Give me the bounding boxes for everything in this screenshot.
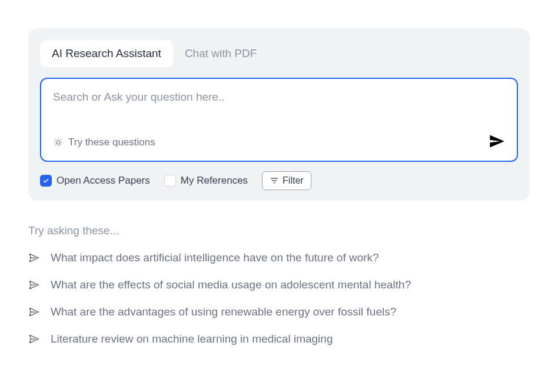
suggestion-item[interactable]: What impact does artificial intelligence… — [28, 251, 530, 264]
svg-line-6 — [61, 144, 61, 145]
send-icon — [489, 133, 505, 150]
send-outline-icon — [28, 252, 40, 264]
send-outline-icon — [28, 279, 40, 291]
send-outline-icon — [28, 333, 40, 345]
open-access-label: Open Access Papers — [57, 175, 150, 187]
suggestion-text: What are the advantages of using renewab… — [51, 305, 396, 318]
suggestions-heading: Try asking these... — [28, 224, 530, 237]
filter-icon — [270, 176, 279, 185]
suggestion-text: What are the effects of social media usa… — [51, 278, 411, 291]
send-button[interactable] — [489, 133, 505, 151]
suggestion-item[interactable]: What are the advantages of using renewab… — [28, 305, 530, 318]
suggestion-item[interactable]: What are the effects of social media usa… — [28, 278, 530, 291]
send-outline-icon — [28, 306, 40, 318]
suggestion-text: Literature review on machine learning in… — [51, 333, 333, 346]
checkbox-open-access[interactable]: Open Access Papers — [40, 175, 150, 187]
search-input[interactable] — [53, 91, 505, 120]
filter-label: Filter — [283, 175, 304, 186]
suggestion-text: What impact does artificial intelligence… — [51, 251, 379, 264]
suggestion-item[interactable]: Literature review on machine learning in… — [28, 333, 530, 346]
search-panel: AI Research Assistant Chat with PDF — [28, 28, 530, 201]
svg-point-0 — [57, 141, 60, 144]
filter-button[interactable]: Filter — [262, 171, 311, 190]
svg-line-7 — [55, 144, 56, 145]
checkbox-my-references[interactable]: My References — [164, 175, 248, 187]
checkbox-checked-icon — [40, 175, 52, 187]
checkbox-unchecked-icon — [164, 175, 176, 187]
tab-research-assistant[interactable]: AI Research Assistant — [40, 40, 173, 67]
tabs: AI Research Assistant Chat with PDF — [40, 40, 518, 67]
tab-chat-with-pdf[interactable]: Chat with PDF — [173, 40, 268, 67]
try-questions-label: Try these questions — [68, 137, 155, 148]
suggestions-section: Try asking these... What impact does art… — [28, 224, 530, 346]
options-row: Open Access Papers My References Filter — [40, 171, 518, 190]
search-box: Try these questions — [40, 78, 518, 162]
svg-line-8 — [61, 139, 61, 140]
my-references-label: My References — [181, 175, 248, 187]
try-questions-link[interactable]: Try these questions — [53, 137, 155, 148]
svg-line-5 — [55, 139, 56, 140]
lightbulb-icon — [53, 137, 64, 148]
